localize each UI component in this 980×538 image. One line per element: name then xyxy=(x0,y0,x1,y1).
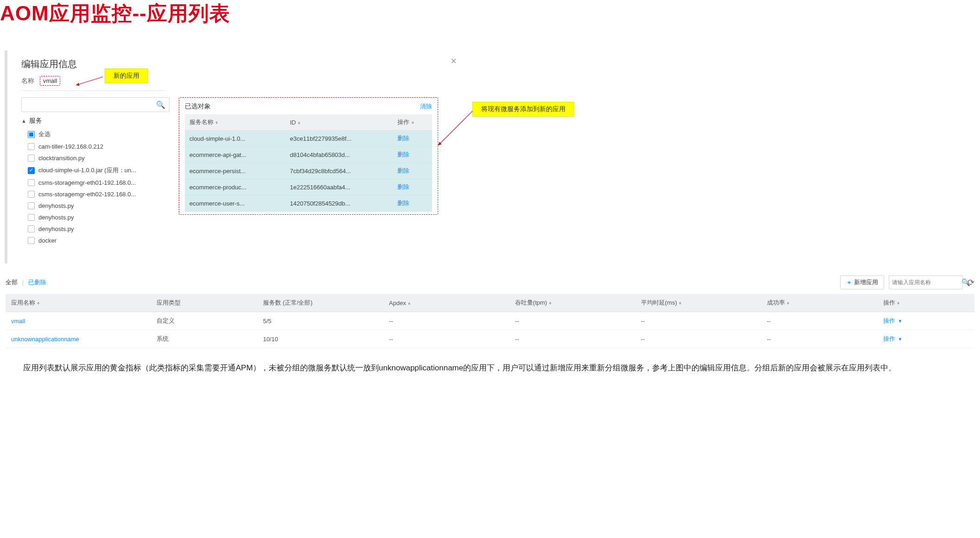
service-tree-panel: 🔍 ▲ 服务 全选cam-tiller-192.168.0.212clocktr… xyxy=(21,97,170,246)
service-item[interactable]: cam-tiller-192.168.0.212 xyxy=(28,141,170,152)
selected-table: 服务名称♦ ID♦ 操作♦ cloud-simple-ui-1.0...e3ce… xyxy=(185,114,432,212)
cell-id: 7cbf34d29c8bfcd564... xyxy=(285,163,393,179)
app-name-link[interactable]: vmall xyxy=(11,318,25,325)
cell-service-name: ecommerce-api-gat... xyxy=(185,147,285,163)
search-field[interactable] xyxy=(25,101,156,108)
service-item-label: clocktransition.py xyxy=(38,155,85,162)
checkbox[interactable] xyxy=(28,167,35,174)
service-item[interactable]: cloud-simple-ui-1.0.0.jar (应用：un... xyxy=(28,164,170,177)
service-item[interactable]: csms-storagemgr-eth01-192.168.0... xyxy=(28,177,170,188)
cell-service-name: ecommerce-user-s... xyxy=(185,195,285,212)
cell-svc: 5/5 xyxy=(258,312,383,330)
dialog-title: 编辑应用信息 xyxy=(21,50,463,76)
app-name-link[interactable]: unknownapplicationname xyxy=(11,336,79,343)
cell-app-type: 自定义 xyxy=(151,312,258,330)
checkbox[interactable] xyxy=(28,202,35,209)
delete-link[interactable]: 删除 xyxy=(397,135,409,142)
callout-add-to-new: 将现有微服务添加到新的应用 xyxy=(472,102,574,117)
add-app-button[interactable]: ＋ 新增应用 xyxy=(840,275,884,289)
name-label: 名称 xyxy=(21,77,34,85)
service-item-label: docker xyxy=(38,237,57,244)
col-op[interactable]: 操作♦ xyxy=(393,114,432,131)
service-item-label: denyhosts.py xyxy=(38,214,74,221)
cell-app-name: unknownapplicationname xyxy=(6,330,151,348)
caret-down-icon: ▼ xyxy=(898,337,902,342)
sort-icon: ♦ xyxy=(215,119,218,125)
service-item[interactable]: denyhosts.py xyxy=(28,212,170,223)
checkbox[interactable] xyxy=(28,225,35,232)
col-id[interactable]: ID♦ xyxy=(285,114,393,131)
cell-apdex: -- xyxy=(383,330,509,348)
cell-succ: -- xyxy=(761,330,878,348)
col-latency[interactable]: 平均时延(ms)♦ xyxy=(635,294,761,312)
checkbox[interactable] xyxy=(28,143,35,150)
selected-title: 已选对象 xyxy=(185,102,211,111)
tab-deleted[interactable]: 已删除 xyxy=(28,279,46,286)
col-svc-count: 服务数 (正常/全部) xyxy=(258,294,383,312)
clear-link[interactable]: 清除 xyxy=(420,102,432,111)
service-item[interactable]: docker xyxy=(28,235,170,246)
chevron-down-icon: ▲ xyxy=(21,118,26,124)
service-tree-toggle[interactable]: ▲ 服务 xyxy=(21,117,170,125)
service-item-label: cloud-simple-ui-1.0.0.jar (应用：un... xyxy=(38,166,136,175)
checkbox[interactable] xyxy=(28,131,35,138)
service-item[interactable]: denyhosts.py xyxy=(28,200,170,212)
service-item[interactable]: csms-storagemgr-eth02-192.168.0... xyxy=(28,188,170,200)
service-item-label: 全选 xyxy=(38,130,50,138)
service-item[interactable]: clocktransition.py xyxy=(28,152,170,164)
cell-lat: -- xyxy=(635,312,761,330)
table-row: ecommerce-produc...1e222516660aabfa4...删… xyxy=(185,179,432,195)
cell-op: 删除 xyxy=(393,195,432,212)
cell-op: 删除 xyxy=(393,163,432,179)
delete-link[interactable]: 删除 xyxy=(397,183,409,190)
row-action-link[interactable]: 操作 ▼ xyxy=(883,335,903,342)
edit-app-dialog: × 编辑应用信息 名称 vmall 🔍 ▲ 服务 xyxy=(7,50,463,246)
cell-tpm: -- xyxy=(509,330,635,348)
delete-link[interactable]: 删除 xyxy=(397,200,409,206)
delete-link[interactable]: 删除 xyxy=(397,167,409,174)
table-row: ecommerce-persist...7cbf34d29c8bfcd564..… xyxy=(185,163,432,179)
checkbox[interactable] xyxy=(28,155,35,162)
col-success[interactable]: 成功率♦ xyxy=(761,294,878,312)
col-app-name[interactable]: 应用名称♦ xyxy=(6,294,151,312)
service-item-label: cam-tiller-192.168.0.212 xyxy=(38,143,103,150)
close-icon[interactable]: × xyxy=(451,55,457,67)
app-name-value[interactable]: vmall xyxy=(40,76,60,86)
cell-service-name: cloud-simple-ui-1.0... xyxy=(185,131,285,147)
checkbox[interactable] xyxy=(28,191,35,198)
service-header-label: 服务 xyxy=(29,117,42,125)
selected-objects-panel: 已选对象 清除 服务名称♦ ID♦ 操作♦ cloud- xyxy=(179,97,438,215)
cell-op: 操作 ▼ xyxy=(878,330,974,348)
app-list-area: 全部 | 已删除 ＋ 新增应用 🔍 ⟳ xyxy=(0,273,980,348)
checkbox[interactable] xyxy=(28,214,35,221)
refresh-icon[interactable]: ⟳ xyxy=(967,277,974,288)
checkbox[interactable] xyxy=(28,179,35,186)
service-list: 全选cam-tiller-192.168.0.212clocktransitio… xyxy=(21,128,170,246)
search-input[interactable]: 🔍 xyxy=(21,97,170,112)
filter-tabs: 全部 | 已删除 xyxy=(6,278,46,287)
service-item[interactable]: denyhosts.py xyxy=(28,223,170,235)
col-tpm[interactable]: 吞吐量(tpm)♦ xyxy=(509,294,635,312)
cell-svc: 10/10 xyxy=(258,330,383,348)
col-apdex[interactable]: Apdex♦ xyxy=(383,294,509,312)
col-operation[interactable]: 操作♦ xyxy=(878,294,974,312)
search-icon[interactable]: 🔍 xyxy=(156,100,165,109)
sort-icon: ♦ xyxy=(411,119,414,125)
cell-id: 1e222516660aabfa4... xyxy=(285,179,393,195)
row-action-link[interactable]: 操作 ▼ xyxy=(883,317,903,324)
table-row: ecommerce-user-s...1420750f2854529db...删… xyxy=(185,195,432,212)
cell-id: e3ce11bf2279935e8f... xyxy=(285,131,393,147)
caret-down-icon: ▼ xyxy=(898,319,902,324)
app-search-field[interactable] xyxy=(892,279,961,286)
col-app-type: 应用类型 xyxy=(151,294,258,312)
delete-link[interactable]: 删除 xyxy=(397,151,409,158)
cell-app-name: vmall xyxy=(6,312,151,330)
service-item-label: denyhosts.py xyxy=(38,225,74,232)
cell-app-type: 系统 xyxy=(151,330,258,348)
page-title: AOM应用监控--应用列表 xyxy=(0,0,980,37)
col-service-name[interactable]: 服务名称♦ xyxy=(185,114,285,131)
checkbox[interactable] xyxy=(28,237,35,244)
service-item[interactable]: 全选 xyxy=(28,128,170,141)
tab-all[interactable]: 全部 xyxy=(6,279,18,286)
app-search-input[interactable]: 🔍 xyxy=(889,275,963,289)
